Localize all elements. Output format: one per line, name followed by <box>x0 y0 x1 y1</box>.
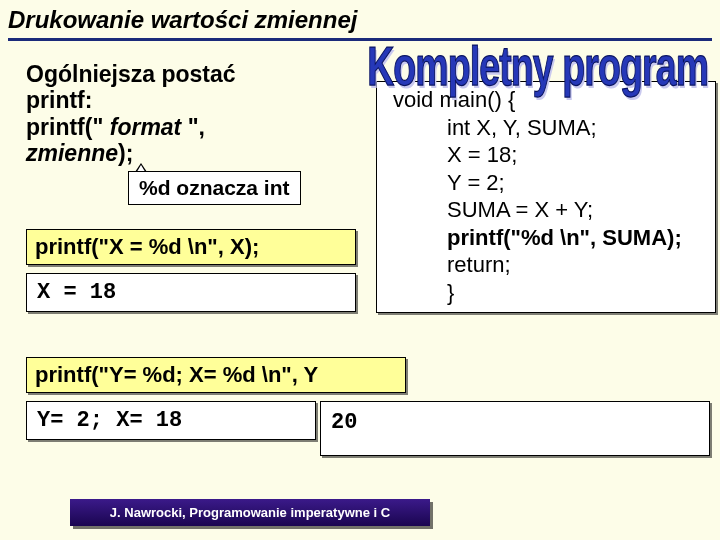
prog-line4: Y = 2; <box>393 169 705 197</box>
prog-line7: return; <box>393 251 705 279</box>
prog-line8: } <box>393 279 705 307</box>
lead-line3a: printf(" <box>26 114 110 140</box>
prog-line2: int X, Y, SUMA; <box>393 114 705 142</box>
callout-box: %d oznacza int <box>128 171 301 205</box>
example2-code: printf("Y= %d; X= %d \n", Y <box>26 357 406 393</box>
content-area: Kompletny program Ogólniejsza postać pri… <box>8 41 712 501</box>
lead-line4b: ); <box>118 140 133 166</box>
lead-zmienne-word: zmienne <box>26 140 118 166</box>
example1-output: X = 18 <box>26 273 356 312</box>
lead-line2: printf: <box>26 87 92 113</box>
example2-output: Y= 2; X= 18 <box>26 401 316 440</box>
footer-bar: J. Nawrocki, Programowanie imperatywne i… <box>70 499 430 526</box>
example1-code: printf("X = %d \n", X); <box>26 229 356 265</box>
prog-line5: SUMA = X + Y; <box>393 196 705 224</box>
lead-text: Ogólniejsza postać printf: printf(" form… <box>26 61 386 167</box>
lead-line1: Ogólniejsza postać <box>26 61 236 87</box>
slide: Drukowanie wartości zmiennej Kompletny p… <box>0 0 720 540</box>
program-box: void main() { int X, Y, SUMA; X = 18; Y … <box>376 81 716 313</box>
lead-line3c: ", <box>181 114 205 140</box>
wordart-heading: Kompletny program <box>367 35 708 98</box>
lead-format-word: format <box>110 114 182 140</box>
prog-line6: printf("%d \n", SUMA); <box>393 224 705 252</box>
program-output: 20 <box>320 401 710 456</box>
prog-line3: X = 18; <box>393 141 705 169</box>
